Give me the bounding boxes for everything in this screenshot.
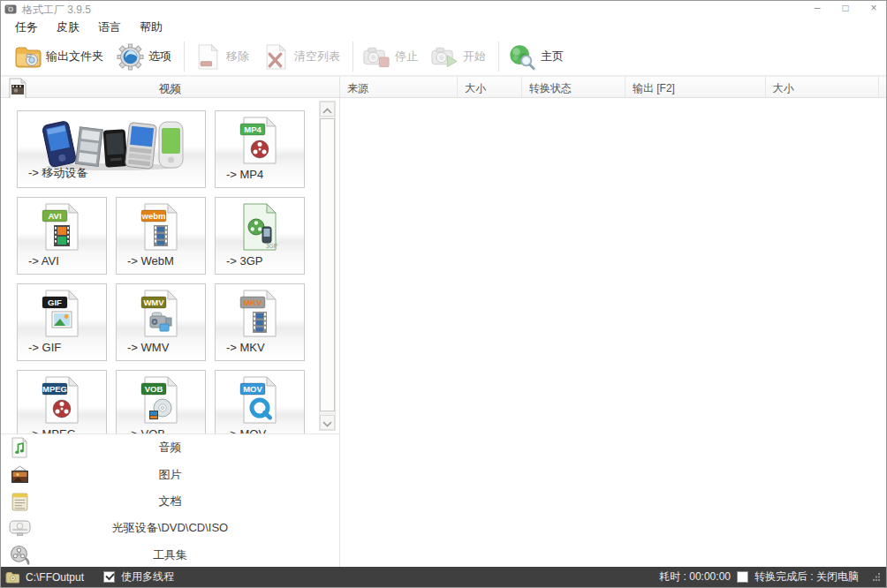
tile-label: -> 3GP	[226, 254, 263, 268]
chevron-up-icon	[322, 102, 332, 117]
tile-scrollbar[interactable]	[319, 101, 336, 431]
maximize-button[interactable]: □	[840, 2, 851, 14]
task-list-area[interactable]	[339, 98, 886, 567]
mov-file-icon: MOV	[216, 375, 304, 425]
app-icon	[4, 3, 17, 15]
output-path-folder-icon[interactable]	[5, 571, 19, 584]
window-title: 格式工厂 3.9.5	[22, 3, 91, 18]
column-header-3[interactable]: 输出 [F2]	[625, 77, 766, 97]
tile-mkv-file[interactable]: MKV-> MKV	[215, 283, 305, 361]
minimize-button[interactable]: –	[812, 2, 823, 14]
tile-label: -> GIF	[28, 341, 61, 354]
svg-text:AVI: AVI	[48, 211, 61, 221]
toolbar-button-stop[interactable]: 停止	[362, 42, 418, 71]
category-tab-rom-device[interactable]: 光驱设备\DVD\CD\ISO	[1, 515, 339, 541]
toolbar-button-remove[interactable]: 移除	[193, 42, 249, 71]
multithread-checkbox[interactable]	[103, 571, 115, 583]
scrollbar-thumb[interactable]	[320, 118, 335, 411]
task-list-header: 来源大小转换状态输出 [F2]大小	[339, 77, 886, 97]
menu-help[interactable]: 帮助	[133, 18, 170, 37]
tile-mpeg-file[interactable]: MPEG-> MPEG	[17, 370, 107, 433]
category-tab-picture[interactable]: 图片	[1, 461, 339, 487]
audio-icon	[8, 436, 31, 459]
column-header-4[interactable]: 大小	[766, 77, 879, 97]
tile-label: -> MPEG	[28, 427, 76, 433]
avi-file-icon: AVI	[18, 202, 106, 252]
category-tab-document[interactable]: 文档	[1, 488, 339, 515]
category-tab-label: 工具集	[1, 547, 339, 563]
svg-text:webm: webm	[141, 211, 166, 221]
tile-vob-file[interactable]: VOB-> VOB	[116, 370, 206, 433]
vob-file-icon: VOB	[117, 375, 205, 425]
header-band: 视频 来源大小转换状态输出 [F2]大小	[1, 76, 886, 98]
tile-label: -> VOB	[127, 427, 165, 433]
toolbar-button-label: 移除	[226, 49, 249, 64]
toolbar-button-label: 主页	[541, 49, 564, 64]
tile-label: -> MKV	[226, 341, 265, 354]
toolbar-button-home[interactable]: 主页	[508, 42, 564, 71]
toolbar-button-clear-list[interactable]: 清空列表	[262, 42, 340, 71]
chevron-down-icon	[322, 415, 332, 431]
active-category-label: 视频	[1, 81, 339, 97]
category-tab-label: 音频	[1, 440, 339, 456]
tile-mov-file[interactable]: MOV-> MOV	[215, 370, 305, 433]
tile-label: -> WebM	[127, 254, 174, 268]
options-gear-icon	[116, 42, 144, 71]
mp4-file-icon: MP4	[216, 116, 304, 165]
resize-grip-icon[interactable]	[872, 571, 881, 584]
category-tab-label: 图片	[1, 467, 339, 483]
tile-label: -> WMV	[127, 341, 169, 354]
svg-text:MP4: MP4	[244, 124, 262, 134]
svg-text:MKV: MKV	[243, 298, 262, 307]
toolset-icon	[8, 544, 31, 567]
toolbar-separator	[184, 41, 185, 72]
shutdown-label: 转换完成后 : 关闭电脑	[754, 569, 859, 584]
clear-list-icon	[262, 42, 290, 71]
picture-icon	[8, 464, 31, 486]
tile-webm-file[interactable]: webm-> WebM	[116, 197, 206, 275]
title-bar: 格式工厂 3.9.5 – □ ×	[1, 1, 886, 17]
shutdown-checkbox[interactable]	[737, 571, 748, 583]
format-factory-window: 格式工厂 3.9.5 – □ × 任务皮肤语言帮助 输出文件夹选项移除清空列表停…	[0, 0, 887, 588]
close-button[interactable]: ×	[868, 2, 879, 14]
column-header-2[interactable]: 转换状态	[522, 77, 625, 97]
scroll-up-button[interactable]	[320, 102, 335, 117]
category-panel: -> 移动设备MP4-> MP4AVI-> AVIwebm-> WebM3GP-…	[1, 98, 339, 433]
scroll-down-button[interactable]	[320, 415, 335, 430]
column-header-0[interactable]: 来源	[340, 77, 458, 97]
category-tab-toolset[interactable]: 工具集	[1, 542, 339, 569]
tile-avi-file[interactable]: AVI-> AVI	[17, 197, 107, 275]
tile-mp4-file[interactable]: MP4-> MP4	[215, 110, 305, 188]
svg-text:MPEG: MPEG	[42, 384, 67, 394]
tile-label: -> MOV	[226, 427, 266, 433]
gif-file-icon: GIF	[18, 289, 106, 338]
stop-icon	[362, 42, 390, 71]
output-path[interactable]: C:\FFOutput	[26, 571, 84, 584]
mpeg-file-icon: MPEG	[18, 375, 106, 425]
svg-text:GIF: GIF	[48, 298, 62, 307]
menu-language[interactable]: 语言	[91, 18, 128, 37]
tile-grid: -> 移动设备MP4-> MP4AVI-> AVIwebm-> WebM3GP-…	[17, 110, 305, 433]
toolbar-button-options-gear[interactable]: 选项	[116, 42, 171, 71]
menu-bar: 任务皮肤语言帮助	[1, 17, 886, 38]
menu-skin[interactable]: 皮肤	[49, 18, 87, 37]
toolbar-separator	[353, 41, 353, 72]
toolbar-button-output-folder[interactable]: 输出文件夹	[13, 42, 103, 71]
toolbar: 输出文件夹选项移除清空列表停止开始主页	[1, 38, 886, 76]
tile-3gp-file[interactable]: 3GP-> 3GP	[215, 197, 305, 275]
toolbar-separator	[498, 41, 499, 72]
3gp-file-icon: 3GP	[216, 202, 304, 252]
wmv-file-icon: WMV	[117, 289, 205, 338]
tile-mobile-devices[interactable]: -> 移动设备	[17, 110, 206, 188]
column-header-filler	[879, 77, 886, 97]
menu-task[interactable]: 任务	[8, 18, 45, 37]
tile-wmv-file[interactable]: WMV-> WMV	[116, 283, 206, 361]
toolbar-button-start[interactable]: 开始	[430, 42, 486, 71]
disc-drive-icon	[8, 516, 31, 539]
tile-gif-file[interactable]: GIF-> GIF	[17, 283, 107, 361]
column-header-1[interactable]: 大小	[458, 77, 522, 97]
tile-label: -> MP4	[226, 168, 263, 181]
start-icon	[430, 42, 459, 71]
home-icon	[508, 42, 536, 71]
category-tab-audio[interactable]: 音频	[1, 434, 339, 461]
